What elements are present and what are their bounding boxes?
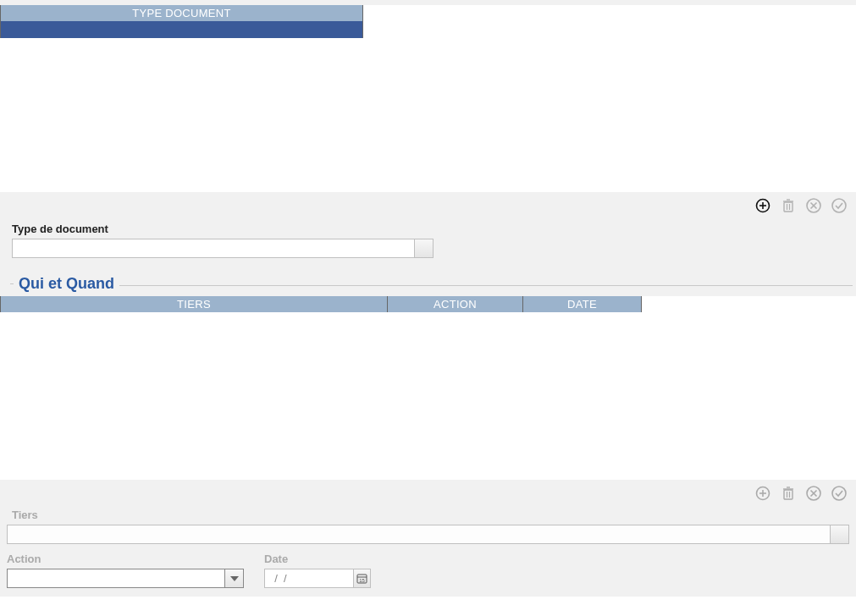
add-button-2[interactable] (754, 485, 771, 502)
grid1-selected-row[interactable] (0, 21, 856, 38)
calendar-icon: 15 (356, 573, 367, 584)
action-dropdown-button[interactable] (225, 569, 244, 588)
add-button[interactable] (754, 197, 771, 214)
form2-section: Tiers Action Date (0, 480, 856, 597)
add-icon (755, 198, 770, 213)
svg-rect-3 (784, 202, 792, 212)
tiers-input[interactable] (7, 525, 831, 544)
type-document-input[interactable] (12, 239, 415, 258)
grid1-body[interactable] (0, 38, 856, 192)
trash-icon (781, 198, 795, 213)
add-icon (755, 486, 770, 501)
svg-point-11 (832, 199, 846, 212)
confirm-button[interactable] (831, 197, 848, 214)
grid1-header-row: TYPE DOCUMENT (0, 5, 856, 21)
grid1-column-typedocument[interactable]: TYPE DOCUMENT (1, 5, 363, 21)
date-calendar-button[interactable]: 15 (354, 569, 371, 588)
tiers-field-wrapper (7, 525, 849, 544)
action-label: Action (7, 553, 244, 565)
check-circle-icon (831, 197, 848, 214)
date-input[interactable] (264, 569, 354, 588)
grid1-cell-typedocument[interactable] (1, 21, 363, 38)
section-title-text: Qui et Quand (19, 275, 114, 293)
tiers-picker-button[interactable] (831, 525, 849, 544)
type-document-label: Type de document (12, 223, 849, 235)
cancel-circle-icon (805, 197, 822, 214)
svg-rect-15 (784, 490, 792, 499)
grid2-header-row: TIERS ACTION DATE (0, 296, 856, 312)
section-qui-et-quand-header: Qui et Quand (0, 270, 856, 296)
form1-section: Type de document (0, 192, 856, 270)
form2-toolbar (7, 485, 849, 502)
grid2-column-tiers[interactable]: TIERS (1, 296, 388, 312)
type-document-field-wrapper (12, 239, 849, 258)
cancel-button[interactable] (805, 197, 822, 214)
check-circle-icon (831, 485, 848, 502)
date-input-wrapper: 15 (264, 569, 371, 588)
delete-button[interactable] (780, 197, 797, 214)
cancel-button-2[interactable] (805, 485, 822, 502)
svg-point-23 (832, 487, 846, 500)
svg-marker-24 (230, 576, 239, 581)
trash-icon (781, 486, 795, 501)
svg-text:15: 15 (359, 578, 365, 583)
date-field-group: Date 15 (264, 553, 371, 588)
action-field-group: Action (7, 553, 244, 588)
delete-button-2[interactable] (780, 485, 797, 502)
grid2-body[interactable] (0, 312, 856, 480)
grid2-column-date[interactable]: DATE (523, 296, 642, 312)
form1-toolbar (7, 197, 849, 214)
chevron-down-icon (230, 576, 239, 581)
form2-row: Action Date 15 (7, 553, 849, 588)
confirm-button-2[interactable] (831, 485, 848, 502)
cancel-circle-icon (805, 485, 822, 502)
grid2-column-action[interactable]: ACTION (388, 296, 523, 312)
type-document-picker-button[interactable] (415, 239, 434, 258)
action-input[interactable] (7, 569, 225, 588)
date-label: Date (264, 553, 371, 565)
action-select-wrapper (7, 569, 244, 588)
tiers-label: Tiers (12, 509, 849, 521)
